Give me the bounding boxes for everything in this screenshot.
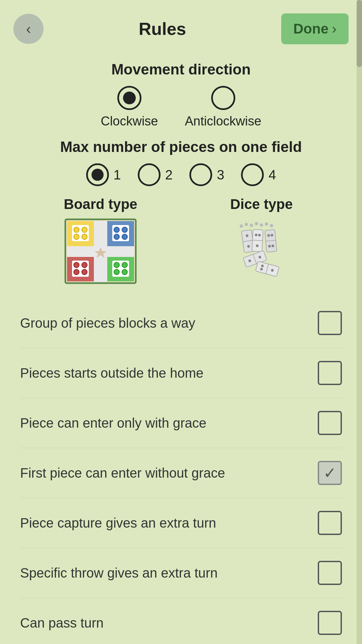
done-button[interactable]: Done › (281, 13, 349, 44)
checkbox-label-first-without-grace: First piece can enter without grace (20, 466, 318, 481)
dice-image[interactable] (225, 218, 298, 285)
checkbox-item-specific-extra[interactable]: Specific throw gives an extra turn (20, 548, 342, 598)
radio-max-1-label: 1 (114, 167, 121, 182)
dice-type-title: Dice type (230, 196, 293, 212)
svg-point-18 (74, 262, 79, 268)
radio-max-3-label: 3 (217, 167, 224, 182)
radio-clockwise-label: Clockwise (101, 114, 158, 128)
board-image[interactable] (64, 218, 137, 285)
checkbox-item-enter-grace[interactable]: Piece can enter only with grace (20, 398, 342, 448)
checkbox-box-enter-grace[interactable] (318, 411, 342, 435)
done-icon: › (332, 21, 337, 37)
radio-max-2-label: 2 (165, 167, 173, 182)
max-pieces-title: Max number of pieces on one field (0, 139, 362, 155)
radio-clockwise-circle (117, 86, 141, 110)
movement-direction-group: Clockwise Anticlockwise (0, 86, 362, 128)
svg-point-13 (82, 234, 87, 239)
radio-max-4-label: 4 (268, 167, 276, 182)
radio-max-3-circle (189, 163, 212, 186)
svg-point-16 (114, 234, 119, 239)
checkbox-box-pass-turn[interactable] (318, 611, 342, 635)
svg-point-57 (255, 222, 258, 225)
board-type-col: Board type (64, 196, 137, 285)
radio-anticlockwise-circle (211, 86, 235, 110)
radio-max-2-circle (138, 163, 161, 186)
svg-point-10 (74, 227, 79, 232)
checkbox-label-capture-extra: Piece capture gives an extra turn (20, 516, 318, 531)
svg-point-19 (82, 262, 87, 268)
scrollbar[interactable] (357, 0, 362, 644)
checkbox-label-pass-turn: Can pass turn (20, 615, 318, 631)
checkbox-label-starts-outside: Pieces starts outside the home (20, 366, 318, 381)
svg-point-20 (74, 269, 79, 275)
checkbox-box-first-without-grace[interactable]: ✓ (318, 461, 342, 485)
board-type-title: Board type (64, 196, 137, 212)
checkmark-icon: ✓ (323, 465, 337, 481)
radio-max-4-circle (241, 163, 264, 186)
checkbox-item-capture-extra[interactable]: Piece capture gives an extra turn (20, 498, 342, 548)
checkbox-box-starts-outside[interactable] (318, 361, 342, 385)
checkbox-item-group-blocks[interactable]: Group of pieces blocks a way (20, 298, 342, 348)
checkbox-label-specific-extra: Specific throw gives an extra turn (20, 566, 318, 581)
max-pieces-group: 1 2 3 4 (0, 163, 362, 186)
checkbox-box-capture-extra[interactable] (318, 511, 342, 535)
svg-point-54 (240, 224, 243, 228)
checkbox-label-enter-grace: Piece can enter only with grace (20, 416, 318, 431)
svg-point-12 (74, 234, 79, 239)
svg-point-23 (122, 262, 127, 268)
svg-point-59 (265, 222, 268, 226)
radio-anticlockwise[interactable]: Anticlockwise (185, 86, 261, 128)
checkbox-item-starts-outside[interactable]: Pieces starts outside the home (20, 348, 342, 398)
movement-direction-title: Movement direction (0, 61, 362, 78)
svg-rect-26 (94, 221, 107, 250)
checkbox-label-group-blocks: Group of pieces blocks a way (20, 316, 318, 331)
radio-anticlockwise-label: Anticlockwise (185, 114, 261, 128)
type-row: Board type (0, 196, 362, 285)
checkbox-box-group-blocks[interactable] (318, 311, 342, 335)
radio-clockwise[interactable]: Clockwise (101, 86, 158, 128)
page-title: Rules (139, 19, 186, 39)
done-label: Done (293, 21, 328, 37)
checkbox-item-pass-turn[interactable]: Can pass turn (20, 598, 342, 644)
back-button[interactable]: ‹ (13, 14, 44, 44)
svg-point-25 (122, 269, 127, 275)
svg-rect-28 (94, 254, 107, 282)
checkbox-list: Group of pieces blocks a way Pieces star… (0, 298, 362, 644)
radio-max-1[interactable]: 1 (86, 163, 121, 186)
header: ‹ Rules Done › (0, 0, 362, 51)
radio-max-1-circle (86, 163, 109, 186)
radio-max-3[interactable]: 3 (189, 163, 224, 186)
svg-point-22 (114, 262, 119, 268)
svg-point-55 (245, 223, 248, 226)
svg-point-58 (260, 223, 263, 227)
svg-point-24 (114, 269, 119, 275)
radio-max-2[interactable]: 2 (138, 163, 173, 186)
svg-point-60 (270, 224, 273, 227)
svg-point-17 (122, 234, 127, 239)
radio-max-4[interactable]: 4 (241, 163, 276, 186)
svg-point-15 (122, 227, 127, 232)
dice-type-col: Dice type (225, 196, 298, 285)
svg-point-56 (250, 224, 253, 227)
svg-point-14 (114, 227, 119, 232)
back-icon: ‹ (26, 21, 31, 36)
scrollbar-thumb[interactable] (357, 0, 362, 67)
checkbox-item-first-without-grace[interactable]: First piece can enter without grace ✓ (20, 448, 342, 498)
svg-point-21 (82, 269, 87, 275)
svg-point-11 (82, 227, 87, 232)
checkbox-box-specific-extra[interactable] (318, 561, 342, 585)
